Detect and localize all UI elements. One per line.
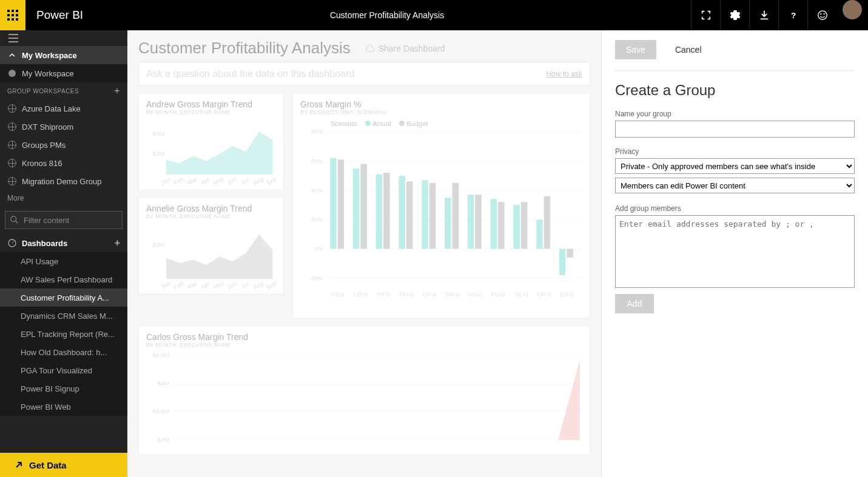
cancel-button[interactable]: Cancel [664, 40, 713, 59]
svg-text:Jan: Jan [160, 176, 171, 185]
svg-rect-76 [536, 219, 542, 249]
svg-text:$2M: $2M [152, 241, 164, 248]
svg-text:ER-0: ER-0 [560, 291, 574, 298]
svg-text:Aug: Aug [252, 175, 264, 185]
svg-text:$3M: $3M [158, 436, 169, 443]
how-to-ask-link[interactable]: How to ask [547, 70, 582, 78]
app-launcher[interactable] [0, 0, 25, 30]
svg-text:0%: 0% [314, 245, 323, 252]
get-data-button[interactable]: Get Data [0, 453, 127, 477]
user-avatar[interactable] [843, 0, 862, 19]
more-groups[interactable]: More [0, 190, 127, 206]
svg-rect-53 [360, 164, 366, 249]
settings-icon[interactable] [720, 0, 749, 30]
group-azure-data-lake[interactable]: Azure Data Lake [0, 99, 127, 118]
svg-text:$4M: $4M [158, 380, 169, 387]
svg-text:-20%: -20% [309, 275, 323, 281]
svg-text:?: ? [790, 11, 795, 20]
qa-box[interactable]: Ask a question about the data on this da… [138, 62, 590, 85]
svg-rect-56 [383, 173, 389, 249]
svg-rect-52 [353, 168, 359, 249]
svg-text:LO-0: LO-0 [354, 291, 367, 298]
svg-text:CP-0: CP-0 [422, 291, 436, 298]
svg-text:Apr: Apr [200, 176, 211, 185]
dashboard-item[interactable]: EPL Tracking Report (Re... [0, 325, 127, 343]
privacy-select[interactable]: Private - Only approved members can see … [615, 158, 855, 174]
group-groups-pms[interactable]: Groups PMs [0, 136, 127, 154]
tile-andrew[interactable]: Andrew Gross Margin Trend BY MONTH, EXEC… [138, 93, 284, 190]
svg-rect-55 [376, 174, 382, 249]
svg-rect-67 [468, 195, 474, 249]
share-dashboard[interactable]: Share Dashboard [365, 44, 445, 53]
svg-text:FO-0: FO-0 [400, 291, 414, 298]
group-dxt-shiproom[interactable]: DXT Shiproom [0, 118, 127, 136]
gauge-icon [7, 238, 17, 248]
dashboard-item[interactable]: API Usage [0, 252, 127, 270]
svg-rect-8 [16, 18, 18, 21]
svg-text:PU-0: PU-0 [491, 291, 505, 298]
svg-text:Jun: Jun [226, 176, 237, 185]
my-workspace-item[interactable]: My Workspace [0, 64, 127, 82]
dashboard-item[interactable]: Power BI Signup [0, 379, 127, 398]
tile-gross-margin[interactable]: Gross Margin % BY BUSINESS UNIT, SCENARI… [292, 93, 590, 318]
filter-content[interactable]: Filter content [5, 211, 123, 229]
dashboard-item[interactable]: Dynamics CRM Sales M... [0, 307, 127, 325]
add-button[interactable]: Add [615, 294, 654, 313]
sidebar-toggle[interactable] [0, 30, 127, 46]
dashboard-item[interactable]: How Old Dashboard: h... [0, 343, 127, 361]
svg-text:FS-0: FS-0 [331, 291, 345, 298]
svg-rect-79 [559, 249, 565, 275]
svg-text:Feb: Feb [173, 279, 186, 290]
dashboard-item[interactable]: Power BI Web [0, 398, 127, 416]
svg-rect-1 [12, 10, 14, 12]
svg-text:CR-0: CR-0 [537, 291, 551, 298]
svg-text:20%: 20% [311, 216, 323, 222]
dashboard-item[interactable]: AW Sales Perf Dashboard [0, 270, 127, 289]
download-icon[interactable] [749, 0, 778, 30]
svg-text:May: May [212, 175, 225, 185]
permission-select[interactable]: Members can edit Power BI content [615, 178, 855, 193]
svg-rect-7 [12, 18, 14, 21]
svg-rect-6 [7, 18, 10, 21]
members-input[interactable] [615, 215, 855, 288]
svg-text:40%: 40% [311, 187, 323, 193]
svg-text:Jul: Jul [240, 281, 249, 290]
my-workspace-header[interactable]: My Workspace [0, 46, 127, 64]
brand: Power BI [36, 8, 83, 22]
group-workspaces-header: GROUP WORKSPACES + [0, 82, 127, 99]
globe-icon [7, 140, 17, 150]
svg-text:$4M: $4M [152, 130, 164, 137]
svg-rect-4 [12, 14, 14, 16]
tile-annelie[interactable]: Annelie Gross Margin Trend BY MONTH, EXE… [138, 197, 284, 294]
svg-rect-0 [7, 10, 10, 12]
create-group-panel: Save Cancel Create a Group Name your gro… [601, 30, 868, 477]
feedback-icon[interactable] [807, 0, 836, 30]
fullscreen-icon[interactable] [691, 0, 720, 30]
help-icon[interactable]: ? [778, 0, 807, 30]
chevron-up-icon [7, 50, 17, 60]
share-icon [365, 44, 375, 53]
panel-title: Create a Group [615, 82, 855, 99]
svg-point-12 [823, 13, 824, 15]
svg-point-14 [11, 216, 16, 222]
person-icon [7, 68, 17, 78]
tile-carlos[interactable]: Carlos Gross Margin Trend BY MONTH, EXEC… [138, 325, 590, 455]
dashboard-item[interactable]: Customer Profitability A... [0, 289, 127, 307]
dashboard-item[interactable]: PGA Tour Visualized [0, 361, 127, 379]
svg-rect-71 [498, 202, 504, 249]
group-migration-demo-group[interactable]: Migration Demo Group [0, 172, 127, 190]
svg-point-13 [8, 70, 16, 77]
members-label: Add group members [615, 204, 855, 213]
dashboards-header[interactable]: Dashboards + [0, 234, 127, 252]
add-dashboard-icon[interactable]: + [115, 238, 120, 249]
svg-rect-77 [544, 196, 550, 249]
svg-text:$4.5M: $4.5M [152, 352, 169, 358]
group-kronos-816[interactable]: Kronos 816 [0, 154, 127, 172]
group-name-input[interactable] [615, 121, 855, 138]
add-group-icon[interactable]: + [114, 85, 120, 96]
svg-rect-68 [475, 195, 481, 249]
svg-text:Sep: Sep [265, 279, 276, 290]
svg-text:SM-0: SM-0 [445, 291, 460, 298]
save-button[interactable]: Save [615, 40, 656, 59]
topbar-actions: ? [691, 0, 868, 30]
